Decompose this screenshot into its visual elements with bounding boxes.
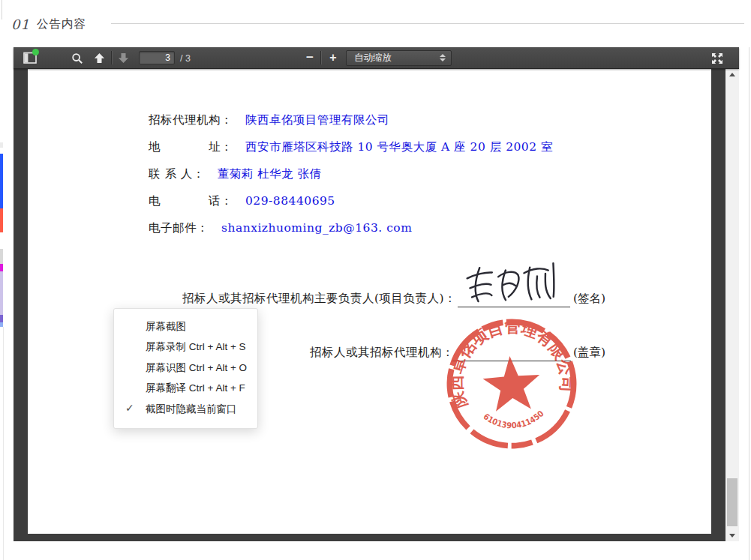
window-edge-tick bbox=[2, 0, 2, 19]
phone-value: 029-88440695 bbox=[245, 194, 335, 208]
seal-star-icon bbox=[482, 354, 542, 412]
menu-item-screen-record[interactable]: 屏幕录制 Ctrl + Alt + S bbox=[114, 337, 257, 358]
menu-item-hide-window-when-capturing[interactable]: ✓ 截图时隐藏当前窗口 bbox=[114, 399, 257, 420]
context-menu: 屏幕截图 屏幕录制 Ctrl + Alt + S 屏幕识图 Ctrl + Alt… bbox=[113, 308, 258, 429]
previous-page-button[interactable] bbox=[93, 52, 105, 64]
menu-item-screenshot[interactable]: 屏幕截图 bbox=[114, 316, 257, 337]
fullscreen-icon bbox=[711, 52, 723, 64]
pdf-toolbar: / 3 − + 自动缩放 bbox=[14, 47, 739, 69]
menu-item-label: 屏幕翻译 Ctrl + Alt + F bbox=[146, 382, 245, 395]
header-divider bbox=[111, 23, 744, 24]
info-row-email: 电子邮件： shanxizhuoming_zb@163. com bbox=[149, 214, 553, 241]
page-count-label: / 3 bbox=[180, 53, 191, 64]
arrow-down-icon bbox=[118, 52, 129, 64]
edge-strip-segment bbox=[0, 315, 3, 322]
pdf-page: 招标代理机构： 陕西卓佲项目管理有限公司 地 址： 西安市雁塔区科技路 10 号… bbox=[28, 69, 711, 534]
info-label: 招标代理机构： bbox=[149, 112, 233, 128]
info-row-agency: 招标代理机构： 陕西卓佲项目管理有限公司 bbox=[149, 106, 553, 133]
handwritten-signature-image bbox=[464, 261, 570, 304]
menu-item-label: 截图时隐藏当前窗口 bbox=[146, 403, 237, 416]
search-icon bbox=[71, 52, 83, 64]
edge-strip-segment bbox=[0, 232, 3, 249]
section-number: 01 bbox=[11, 16, 30, 32]
scrollbar-thumb[interactable] bbox=[727, 478, 737, 526]
search-button[interactable] bbox=[71, 52, 84, 65]
triangle-down-icon bbox=[729, 534, 735, 538]
sidebar-toggle-button[interactable] bbox=[20, 49, 40, 67]
info-row-address: 地 址： 西安市雁塔区科技路 10 号华奥大厦 A 座 20 层 2002 室 bbox=[149, 133, 553, 160]
edge-strip-segment bbox=[0, 271, 3, 315]
menu-item-label: 屏幕识图 Ctrl + Alt + O bbox=[146, 361, 247, 375]
info-label: 联 系 人： bbox=[149, 166, 205, 182]
zoom-level-value: 自动缩放 bbox=[354, 52, 392, 64]
edge-strip-segment bbox=[0, 264, 3, 271]
contacts-value: 董菊莉 杜华龙 张倩 bbox=[218, 166, 322, 182]
edge-strip-segment bbox=[0, 249, 3, 264]
zoom-out-button[interactable]: − bbox=[303, 50, 317, 65]
checkmark-icon: ✓ bbox=[125, 402, 140, 414]
info-row-contacts: 联 系 人： 董菊莉 杜华龙 张倩 bbox=[149, 160, 553, 187]
signature-line-label: 招标人或其招标代理机构主要负责人(项目负责人)： bbox=[182, 291, 456, 307]
email-value: shanxizhuoming_zb@163. com bbox=[221, 221, 412, 235]
info-row-phone: 电 话： 029-88440695 bbox=[149, 187, 553, 214]
address-value: 西安市雁塔区科技路 10 号华奥大厦 A 座 20 层 2002 室 bbox=[245, 139, 553, 155]
menu-item-label: 屏幕截图 bbox=[146, 320, 186, 334]
screen-edge-line bbox=[3, 327, 4, 560]
section-header: 01 公告内容 bbox=[11, 15, 86, 33]
section-title: 公告内容 bbox=[37, 16, 86, 32]
signature-suffix: (签名) bbox=[573, 291, 605, 307]
info-label: 电子邮件： bbox=[149, 220, 209, 236]
menu-item-screen-translate[interactable]: 屏幕翻译 Ctrl + Alt + F bbox=[114, 379, 257, 400]
edge-strip-segment bbox=[0, 142, 3, 148]
scroll-up-button[interactable] bbox=[725, 69, 739, 80]
edge-strip-segment bbox=[0, 208, 3, 232]
stamp-line-label: 招标人或其招标代理机构： bbox=[310, 345, 454, 361]
zoom-level-select[interactable]: 自动缩放 bbox=[346, 50, 452, 66]
window-right-edge bbox=[749, 47, 749, 560]
info-label: 地 址： bbox=[149, 139, 233, 155]
company-seal: 陕西卓佲项目管理有限公司 6101390411450 bbox=[440, 313, 583, 455]
viewer-scrollbar[interactable] bbox=[725, 69, 739, 541]
contact-info-block: 招标代理机构： 陕西卓佲项目管理有限公司 地 址： 西安市雁塔区科技路 10 号… bbox=[149, 106, 553, 241]
page-number-input[interactable] bbox=[139, 51, 175, 64]
edge-strip-segment bbox=[0, 154, 3, 208]
toolbar-separator bbox=[111, 51, 112, 64]
screen: { "header": { "section_number": "01", "s… bbox=[0, 0, 751, 560]
status-dot-icon bbox=[32, 49, 39, 55]
seal-number-text: 6101390411450 bbox=[481, 408, 547, 433]
menu-item-label: 屏幕录制 Ctrl + Alt + S bbox=[146, 340, 246, 354]
info-label: 电 话： bbox=[149, 193, 233, 209]
presentation-mode-button[interactable] bbox=[710, 52, 724, 65]
pdf-viewer: / 3 − + 自动缩放 招标代理机构： 陕西卓佲项目管理有限公司 地 址 bbox=[14, 47, 739, 541]
triangle-up-icon bbox=[729, 73, 735, 76]
next-page-button[interactable] bbox=[117, 52, 129, 64]
svg-text:6101390411450: 6101390411450 bbox=[481, 408, 547, 433]
toolbar-separator bbox=[320, 51, 321, 64]
menu-item-screen-ocr[interactable]: 屏幕识图 Ctrl + Alt + O bbox=[114, 358, 257, 379]
scroll-down-button[interactable] bbox=[725, 530, 739, 541]
arrow-up-icon bbox=[94, 52, 105, 64]
select-stepper-icon bbox=[440, 54, 446, 61]
zoom-in-button[interactable]: + bbox=[326, 50, 340, 65]
agency-name-link: 陕西卓佲项目管理有限公司 bbox=[245, 112, 389, 128]
